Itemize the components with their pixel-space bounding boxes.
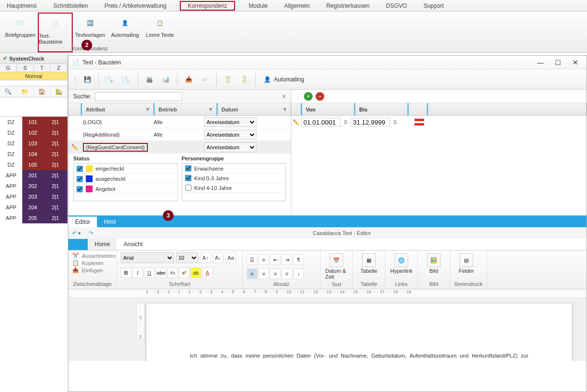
arrow-down-button[interactable]: ⇩ [237, 72, 252, 87]
justify-button[interactable]: ≡ [282, 268, 292, 279]
status-checkbox[interactable] [77, 176, 83, 182]
document-page[interactable]: Ich stimme zu, dass meine persönlichen D… [146, 303, 572, 361]
datum-select[interactable]: Anreisedatum [204, 142, 256, 152]
menu-allgemein[interactable]: Allgemein [281, 1, 313, 10]
room-row[interactable]: APP2012|1 [0, 170, 67, 181]
pgroup-item[interactable]: Kind 4-10 Jahre [182, 183, 286, 193]
date-row[interactable]: ✏️ 🗓 🗓 [291, 116, 587, 128]
export-excel-button[interactable]: 📊 [159, 72, 173, 87]
pgroup-listbox[interactable]: ErwachseneKind 0-3 JahreKind 4-10 Jahre [182, 163, 286, 201]
pgroup-item[interactable]: Kind 0-3 Jahre [182, 173, 286, 183]
grow-font-button[interactable]: A↑ [200, 252, 211, 263]
attribute-row[interactable]: {RegAdditional}AlleAnreisedatum [68, 128, 291, 141]
ribbon-text-bausteine[interactable]: 📄 Text-Bausteine [38, 13, 73, 52]
maximize-button[interactable]: ☐ [551, 59, 565, 66]
datum-select[interactable]: Anreisedatum [204, 117, 256, 127]
align-right-button[interactable]: ≡ [270, 268, 281, 279]
bis-input[interactable] [350, 118, 390, 126]
align-center-button[interactable]: ≡ [258, 268, 269, 279]
menu-support[interactable]: Support [421, 1, 447, 10]
arrow-up-button[interactable]: ⇧ [221, 72, 235, 87]
calendar-icon[interactable]: 🗓 [390, 119, 400, 125]
line-spacing-button[interactable]: ↕ [293, 268, 304, 279]
clear-search-icon[interactable]: × [282, 93, 286, 100]
add-button[interactable]: + [304, 92, 313, 101]
tab-html[interactable]: Html [97, 217, 123, 227]
tab-g[interactable]: G [0, 64, 17, 72]
bullets-button[interactable]: ☰ [247, 254, 257, 265]
numbering-button[interactable]: ≡ [258, 254, 269, 265]
room-row[interactable]: APP2022|1 [0, 181, 67, 191]
document-body-text[interactable]: Ich stimme zu, dass meine persönlichen D… [190, 352, 528, 361]
calendar-icon[interactable]: 🗓 [341, 119, 350, 125]
document-area[interactable]: ·1·2 Ich stimme zu, dass meine persönlic… [68, 298, 587, 361]
paragraph-button[interactable]: ¶ [293, 254, 304, 265]
search-icon[interactable]: 🔍 [0, 86, 17, 97]
menu-korrespondenz[interactable]: Korrespondenz [180, 1, 235, 11]
remove-button[interactable]: − [316, 92, 324, 101]
house-icon[interactable]: 🏠 [34, 86, 51, 97]
import-button[interactable]: 📥 [181, 72, 196, 87]
status-checkbox[interactable] [77, 166, 83, 172]
cut-button[interactable]: ✂️ Ausschneiden [72, 252, 112, 259]
ribbon-briefgruppen[interactable]: ✉️ Briefgruppen [3, 13, 38, 52]
tab-z[interactable]: Z [50, 64, 67, 72]
close-button[interactable]: ✕ [568, 59, 583, 66]
menu-schnittstellen[interactable]: Schnittstellen [50, 1, 91, 10]
print-button[interactable]: 🖨️ [142, 72, 157, 87]
status-listbox[interactable]: eingechecktausgechecktAngebot [73, 163, 178, 201]
von-input[interactable] [301, 118, 341, 126]
underline-button[interactable]: U [144, 267, 155, 278]
datetime-button[interactable]: 📅Datum & Zeit [324, 252, 349, 281]
room-row[interactable]: DZ1032|1 [0, 138, 67, 149]
menu-preis[interactable]: Preis / Artikelverwaltung [101, 1, 169, 10]
status-item[interactable]: eingecheckt [74, 164, 177, 174]
home-icon[interactable]: 🏡 [50, 86, 67, 97]
room-row[interactable]: APP2042|1 [0, 202, 67, 213]
highlight-button[interactable]: ab [190, 267, 201, 278]
tab-t[interactable]: T [34, 64, 51, 72]
save-button[interactable]: 💾 [80, 72, 95, 87]
filter-icon[interactable]: ▾ [209, 106, 212, 112]
superscript-button[interactable]: x² [179, 267, 190, 278]
col-von[interactable]: Von [301, 103, 354, 115]
tab-editor[interactable]: Editor [68, 217, 97, 227]
size-select[interactable]: 10 [176, 252, 198, 263]
menu-dsgvo[interactable]: DSGVO [383, 1, 410, 10]
redo-button[interactable]: ↷ [85, 230, 97, 236]
room-row[interactable]: DZ1042|1 [0, 149, 67, 159]
undo-button[interactable]: ↶ ▾ [68, 230, 85, 236]
room-row[interactable]: APP2032|1 [0, 191, 67, 202]
delete-doc-button[interactable]: 📄－ [119, 72, 134, 87]
automailing-button[interactable]: 👤 Automailing [260, 76, 308, 83]
subscript-button[interactable]: x₂ [167, 267, 178, 278]
ribbon-leere-texte[interactable]: 📋 Leere Texte [143, 13, 177, 52]
folder-icon[interactable]: 📁 [17, 86, 34, 97]
col-betrieb[interactable]: Betrieb [159, 107, 177, 112]
indent-button[interactable]: ⇥ [282, 254, 292, 265]
font-color-button[interactable]: A [202, 267, 213, 278]
tab-home[interactable]: Home [88, 239, 117, 250]
pgroup-item[interactable]: Erwachsene [182, 164, 286, 173]
col-attribut[interactable]: Attribut [86, 107, 105, 112]
image-button[interactable]: 🖼️Bild [422, 252, 446, 275]
status-checkbox[interactable] [77, 186, 83, 192]
shrink-font-button[interactable]: A↓ [213, 252, 223, 263]
room-row[interactable]: DZ1052|1 [0, 159, 67, 170]
fields-button[interactable]: ▤Felder [454, 252, 478, 275]
tab-ansicht[interactable]: Ansicht [117, 239, 149, 250]
font-select[interactable]: Arial [121, 252, 174, 263]
status-item[interactable]: ausgecheckt [74, 174, 177, 184]
strike-button[interactable]: abc [156, 267, 166, 278]
forward-button[interactable]: ➪ [198, 72, 212, 87]
room-row[interactable]: DZ1012|1 [0, 117, 67, 127]
outdent-button[interactable]: ⇤ [270, 254, 281, 265]
align-left-button[interactable]: ≡ [247, 268, 257, 279]
col-datum[interactable]: Datum [222, 107, 238, 112]
copy-button[interactable]: 📋 Kopieren [72, 260, 112, 266]
status-item[interactable]: Angebot [74, 184, 177, 194]
bold-button[interactable]: B [121, 267, 131, 278]
datum-select[interactable]: Anreisedatum [204, 130, 256, 140]
hyperlink-button[interactable]: 🌐Hyperlink [389, 252, 413, 275]
filter-icon[interactable]: ▾ [146, 106, 149, 112]
